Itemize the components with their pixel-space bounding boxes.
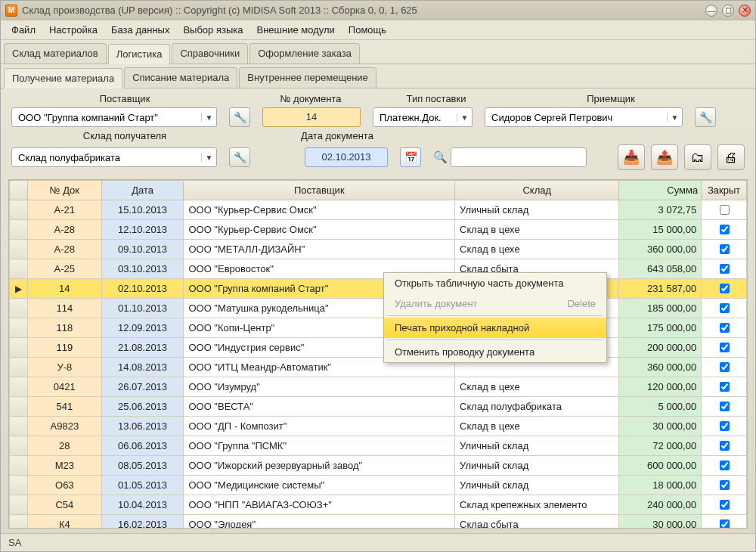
tab-Внутреннее перемещение[interactable]: Внутреннее перемещение (239, 67, 376, 88)
store-input[interactable] (12, 148, 201, 166)
supplier-input[interactable] (12, 108, 201, 126)
closed-checkbox[interactable] (720, 480, 730, 490)
closed-cell[interactable] (702, 495, 747, 515)
receiver-input[interactable] (485, 108, 667, 126)
closed-checkbox[interactable] (720, 303, 730, 313)
col-header[interactable]: Сумма (619, 181, 702, 200)
import-button[interactable]: 📥 (618, 144, 645, 170)
closed-cell[interactable] (702, 259, 747, 279)
closed-checkbox[interactable] (720, 441, 730, 451)
closed-checkbox[interactable] (720, 382, 730, 392)
tab-Списание материала[interactable]: Списание материала (124, 67, 237, 88)
calendar-button[interactable]: 📅 (400, 147, 421, 167)
table-row[interactable]: О6301.05.2013ООО "Медицинские системы"Ул… (10, 476, 747, 495)
closed-cell[interactable] (702, 377, 747, 397)
closed-cell[interactable] (702, 220, 747, 240)
closed-checkbox[interactable] (720, 323, 730, 333)
table-row[interactable]: С5410.04.2013ООО "НПП "АВИАГАЗ-СОЮЗ+"Скл… (10, 495, 747, 515)
menu-Файл[interactable]: Файл (5, 21, 42, 39)
supplier-lookup-button[interactable]: 🔧 (229, 107, 250, 127)
closed-checkbox[interactable] (720, 500, 730, 510)
print-button[interactable]: 🖨 (717, 144, 745, 170)
table-row[interactable]: А-2812.10.2013ООО "Курьер-Сервис Омск"Ск… (10, 220, 747, 240)
documents-grid[interactable]: № ДокДатаПоставщикСкладСуммаЗакрытА-2115… (8, 179, 748, 529)
type-input[interactable] (373, 108, 457, 126)
closed-checkbox[interactable] (720, 205, 730, 215)
closed-checkbox[interactable] (720, 421, 730, 431)
chevron-down-icon[interactable]: ▼ (667, 113, 682, 122)
col-header[interactable]: Закрыт (702, 181, 747, 200)
chevron-down-icon[interactable]: ▼ (201, 154, 216, 162)
closed-checkbox[interactable] (720, 225, 730, 234)
context-menu-item[interactable]: Открыть табличную часть документа (384, 273, 606, 293)
closed-cell[interactable] (702, 436, 747, 456)
export-button[interactable]: 📤 (651, 144, 678, 170)
maximize-button[interactable]: ◻ (722, 5, 734, 17)
closed-checkbox[interactable] (720, 519, 730, 529)
table-row[interactable]: 11401.10.2013ООО "Матушка рукодельница"1… (10, 299, 747, 318)
search-input[interactable] (451, 147, 587, 167)
closed-cell[interactable] (702, 358, 747, 377)
table-row[interactable]: А-2809.10.2013ООО "МЕТАЛЛ-ДИЗАЙН"Склад в… (10, 240, 747, 259)
search-icon[interactable]: 🔍 (433, 150, 448, 164)
closed-checkbox[interactable] (720, 284, 730, 293)
receiver-lookup-button[interactable]: 🔧 (695, 107, 716, 127)
store-combo[interactable]: ▼ (11, 147, 217, 167)
tab-Логистика[interactable]: Логистика (108, 44, 171, 64)
closed-cell[interactable] (702, 318, 747, 338)
refresh-button[interactable]: 🗂 (684, 144, 711, 170)
table-row[interactable]: А982313.06.2013ООО "ДП - Композит"Склад … (10, 417, 747, 436)
closed-cell[interactable] (702, 240, 747, 259)
tab-Склад материалов[interactable]: Склад материалов (4, 43, 107, 64)
table-row[interactable]: 54125.06.2013ООО "ВЕСТА"Склад полуфабрик… (10, 397, 747, 417)
table-row[interactable]: 11812.09.2013ООО "Копи-Центр"175 000,00 (10, 318, 747, 338)
col-header[interactable]: Поставщик (184, 181, 455, 200)
closed-checkbox[interactable] (720, 343, 730, 352)
col-header[interactable]: № Док (27, 181, 101, 200)
menu-База данных[interactable]: База данных (105, 21, 175, 39)
store-lookup-button[interactable]: 🔧 (229, 147, 250, 167)
closed-cell[interactable] (702, 417, 747, 436)
tab-Справочники[interactable]: Справочники (172, 43, 248, 64)
closed-cell[interactable] (702, 397, 747, 417)
closed-cell[interactable] (702, 476, 747, 495)
col-header[interactable]: Склад (455, 181, 619, 200)
context-menu-item[interactable]: Отменить проводку документа (384, 342, 606, 362)
table-row[interactable]: У-814.08.2013ООО "ИТЦ Меандр-Автоматик"3… (10, 358, 747, 377)
table-row[interactable]: А-2503.10.2013ООО "Евровосток"Склад сбыт… (10, 259, 747, 279)
tab-Оформление заказа[interactable]: Оформление заказа (249, 43, 360, 64)
table-row[interactable]: А-2115.10.2013ООО "Курьер-Сервис Омск"Ул… (10, 200, 747, 220)
col-header[interactable]: Дата (101, 181, 184, 200)
closed-cell[interactable] (702, 456, 747, 476)
closed-checkbox[interactable] (720, 461, 730, 470)
type-combo[interactable]: ▼ (373, 107, 472, 127)
supplier-combo[interactable]: ▼ (11, 107, 217, 127)
menu-Помощь[interactable]: Помощь (342, 21, 392, 39)
menu-Внешние модули[interactable]: Внешние модули (251, 21, 341, 39)
closed-cell[interactable] (702, 299, 747, 318)
table-row[interactable]: 2806.06.2013ООО "Группа "ПСМК"Уличный ск… (10, 436, 747, 456)
chevron-down-icon[interactable]: ▼ (457, 113, 472, 122)
receiver-combo[interactable]: ▼ (485, 107, 683, 127)
docnum-field[interactable]: 14 (262, 107, 361, 127)
chevron-down-icon[interactable]: ▼ (201, 113, 216, 122)
closed-cell[interactable] (702, 200, 747, 220)
docdate-field[interactable]: 02.10.2013 (305, 147, 388, 167)
closed-cell[interactable] (702, 338, 747, 358)
close-button[interactable]: ✕ (739, 5, 751, 17)
menu-Настройка[interactable]: Настройка (43, 21, 104, 39)
table-row[interactable]: М2308.05.2013ООО "Ижорский резервуарный … (10, 456, 747, 476)
closed-checkbox[interactable] (720, 362, 730, 372)
context-menu-item[interactable]: Печать приходной накладной (384, 318, 606, 338)
table-row[interactable]: 042126.07.2013ООО "Изумруд"Склад в цехе1… (10, 377, 747, 397)
menu-Выбор языка[interactable]: Выбор языка (177, 21, 249, 39)
closed-checkbox[interactable] (720, 264, 730, 274)
minimize-button[interactable]: — (705, 5, 717, 17)
table-row[interactable]: ▶1402.10.2013ООО "Группа компаний Старт"… (10, 279, 747, 299)
closed-checkbox[interactable] (720, 244, 730, 254)
tab-Получение материала[interactable]: Получение материала (4, 68, 122, 88)
closed-cell[interactable] (702, 279, 747, 299)
closed-checkbox[interactable] (720, 402, 730, 411)
closed-cell[interactable] (702, 515, 747, 529)
table-row[interactable]: К416.02.2013ООО "Элодея"Склад сбыта30 00… (10, 515, 747, 529)
